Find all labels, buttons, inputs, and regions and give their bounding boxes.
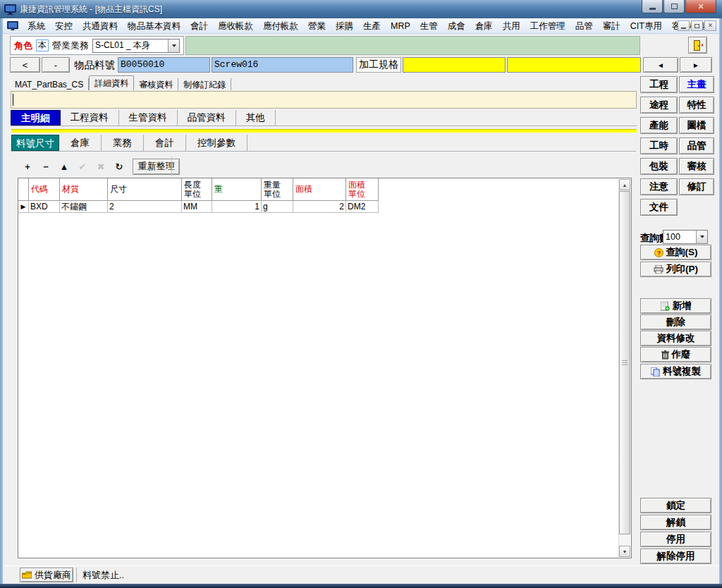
sidebar-button-review[interactable]: 審核 <box>679 158 714 175</box>
column-header-area-unit[interactable]: 面積 單位 <box>346 178 379 201</box>
sidebar-button-main-view[interactable]: 主畫 <box>679 76 714 93</box>
tab-part-dimension[interactable]: 料號尺寸 <box>11 135 59 151</box>
sidebar-button-labor-hours[interactable]: 工時 <box>640 137 678 154</box>
add-button[interactable]: 新增 <box>640 298 711 314</box>
menu-item-mrp[interactable]: MRP <box>386 18 415 34</box>
role-self-toggle[interactable]: 本 <box>36 39 49 51</box>
edit-row-button[interactable]: ▲ <box>55 161 73 172</box>
query-count-select[interactable]: 100 <box>663 230 708 244</box>
tab-qc-data[interactable]: 品管資料 <box>178 110 236 125</box>
cell-size[interactable]: 2 <box>108 201 182 213</box>
cell-area-unit[interactable]: DM2 <box>346 201 379 213</box>
cell-weight-unit[interactable]: g <box>262 201 293 213</box>
mdi-minimize-button[interactable] <box>678 20 690 31</box>
scrollbar-thumb[interactable] <box>619 191 630 534</box>
mdi-close-button[interactable]: ✕ <box>704 20 716 31</box>
menu-item-sales[interactable]: 營業 <box>303 18 331 34</box>
modify-button[interactable]: 資料修改 <box>640 331 711 346</box>
query-button[interactable]: ? 查詢(S) <box>640 245 711 260</box>
sidebar-button-drawings[interactable]: 圖檔 <box>679 117 714 134</box>
record-back-button[interactable]: ◄ <box>643 57 678 73</box>
note-textbox[interactable] <box>11 91 637 109</box>
tab-review-data[interactable]: 審核資料 <box>134 78 178 90</box>
menu-item-receivable[interactable]: 應收帳款 <box>213 18 258 34</box>
column-header-material[interactable]: 材質 <box>60 178 108 201</box>
role-select-dropdown-button[interactable] <box>168 39 179 52</box>
scroll-up-button[interactable]: ▲ <box>619 179 630 190</box>
insert-row-button[interactable]: + <box>18 161 37 172</box>
menu-item-warehouse[interactable]: 倉庫 <box>470 18 498 34</box>
column-header-area[interactable]: 面積 <box>293 178 346 201</box>
query-count-dropdown-button[interactable] <box>696 231 707 243</box>
role-select[interactable]: S-CL01 _ 本身 <box>92 39 180 53</box>
part-name-field[interactable]: Screw016 <box>212 57 353 73</box>
menu-item-shared[interactable]: 共用 <box>498 18 525 34</box>
column-header-length-unit[interactable]: 長度 單位 <box>182 178 212 201</box>
menu-item-work-management[interactable]: 工作管理 <box>525 18 570 34</box>
tab-production-data[interactable]: 生管資料 <box>119 110 178 125</box>
sidebar-button-revision[interactable]: 修訂 <box>679 178 714 195</box>
prev-record-button[interactable]: < <box>10 57 40 73</box>
void-button[interactable]: 作廢 <box>640 347 711 362</box>
sidebar-button-routing[interactable]: 途程 <box>640 97 678 114</box>
sidebar-button-documents[interactable]: 文件 <box>640 199 678 216</box>
lock-button[interactable]: 鎖定 <box>640 498 711 513</box>
delete-button[interactable]: 刪除 <box>640 314 711 330</box>
column-header-code[interactable]: 代碼 <box>29 178 60 201</box>
enable-button[interactable]: 解除停用 <box>640 549 711 564</box>
tab-engineering-data[interactable]: 工程資料 <box>61 110 119 125</box>
sidebar-button-engineering[interactable]: 工程 <box>640 76 678 93</box>
menu-item-cost-accounting[interactable]: 成會 <box>443 18 470 34</box>
menu-item-production[interactable]: 生產 <box>358 18 386 34</box>
copy-part-button[interactable]: 料號複製 <box>640 364 711 379</box>
tab-sales[interactable]: 業務 <box>102 135 144 151</box>
unlock-button[interactable]: 解鎖 <box>640 515 711 530</box>
sidebar-button-packaging[interactable]: 包裝 <box>640 158 678 175</box>
menu-item-purchasing[interactable]: 採購 <box>331 18 358 34</box>
restore-button[interactable] <box>663 0 685 13</box>
tab-accounting[interactable]: 會計 <box>144 135 186 151</box>
menu-item-system[interactable]: 系統 <box>23 18 50 34</box>
exit-button[interactable] <box>688 37 707 54</box>
tab-mat-partbas-cs[interactable]: MAT_PartBas_CS <box>10 78 89 90</box>
tab-detail-data[interactable]: 詳細資料 <box>89 75 134 90</box>
tab-warehouse[interactable]: 倉庫 <box>59 135 102 151</box>
tab-main-detail[interactable]: 主明細 <box>11 110 61 125</box>
print-button[interactable]: 列印(P) <box>640 262 711 277</box>
minus-button[interactable]: - <box>42 57 70 73</box>
menu-item-cit[interactable]: CIT專用 <box>625 18 667 34</box>
refresh-icon[interactable]: ↻ <box>110 161 128 172</box>
record-forward-button[interactable]: ► <box>680 57 712 73</box>
cell-area[interactable]: 2 <box>293 201 346 213</box>
column-header-weight[interactable]: 重 <box>212 178 262 201</box>
sidebar-button-qc[interactable]: 品管 <box>679 137 714 154</box>
tab-revision-history[interactable]: 制修訂紀錄 <box>178 78 231 90</box>
menu-item-audit[interactable]: 審計 <box>598 18 625 34</box>
process-spec-field-2[interactable] <box>507 57 641 73</box>
disable-button[interactable]: 停用 <box>640 532 711 547</box>
column-header-weight-unit[interactable]: 重量 單位 <box>262 178 293 201</box>
menu-item-accounting[interactable]: 會計 <box>185 18 213 34</box>
tab-control-params[interactable]: 控制參數 <box>186 135 247 151</box>
menu-item-item-basic[interactable]: 物品基本資料 <box>123 18 185 34</box>
grid-vertical-scrollbar[interactable]: ▲ ▼ <box>618 179 630 557</box>
column-header-size[interactable]: 尺寸 <box>108 178 182 201</box>
menu-item-qc[interactable]: 品管 <box>570 18 598 34</box>
cell-material[interactable]: 不鏽鋼 <box>60 201 108 213</box>
process-spec-field-1[interactable] <box>403 57 506 73</box>
close-button[interactable]: ✕ <box>685 0 716 13</box>
menu-item-common-data[interactable]: 共通資料 <box>78 18 123 34</box>
menu-item-security[interactable]: 安控 <box>50 18 78 34</box>
table-row[interactable]: ▶ BXD 不鏽鋼 2 MM 1 g 2 DM2 <box>18 201 631 213</box>
cell-weight[interactable]: 1 <box>212 201 262 213</box>
part-number-field[interactable]: B0050010 <box>118 57 210 73</box>
mdi-restore-button[interactable] <box>691 20 703 31</box>
supplier-button[interactable]: 供貨廠商 <box>20 568 73 582</box>
scroll-down-button[interactable]: ▼ <box>619 546 630 557</box>
refresh-button[interactable]: 重新整理 <box>133 159 180 175</box>
delete-row-button[interactable]: − <box>37 161 55 172</box>
cell-code[interactable]: BXD <box>29 201 60 213</box>
cell-length-unit[interactable]: MM <box>182 201 212 213</box>
tab-other[interactable]: 其他 <box>236 110 276 125</box>
menu-item-payable[interactable]: 應付帳款 <box>258 18 303 34</box>
